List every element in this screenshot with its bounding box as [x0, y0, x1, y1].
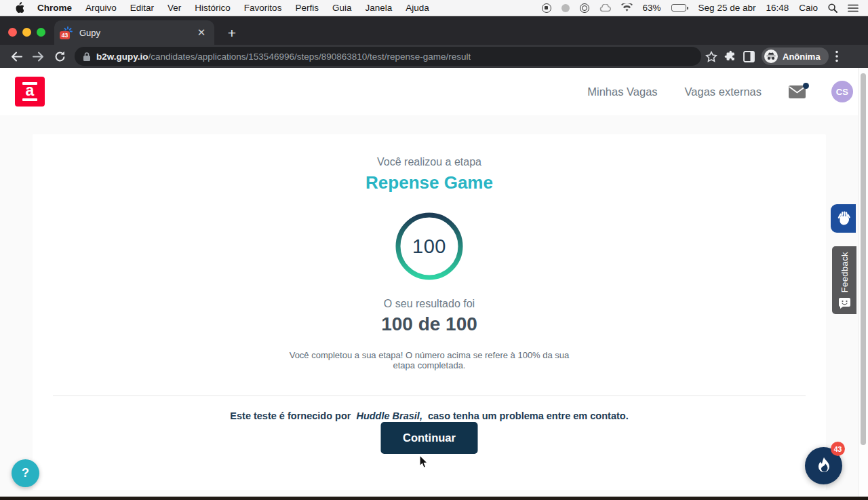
menu-janela[interactable]: Janela	[358, 3, 399, 13]
status-dot-icon[interactable]	[559, 4, 572, 12]
avatar[interactable]: CS	[831, 81, 853, 102]
menu-ajuda[interactable]: Ajuda	[399, 3, 436, 13]
menu-historico[interactable]: Histórico	[188, 3, 237, 13]
americanas-logo[interactable]: a	[15, 77, 45, 107]
feedback-label: Feedback	[840, 252, 850, 292]
menu-editar[interactable]: Editar	[123, 3, 161, 13]
close-window-button[interactable]	[8, 28, 17, 37]
fullscreen-window-button[interactable]	[37, 28, 45, 37]
incognito-icon	[764, 50, 778, 63]
url-text: b2w.gupy.io/candidates/applications/1535…	[96, 52, 471, 62]
browser-tab-gupy[interactable]: 43 Gupy ✕	[54, 20, 214, 45]
menubar-date[interactable]: Seg 25 de abr	[696, 3, 759, 13]
result-card: Você realizou a etapa Repense Game 100 O…	[33, 134, 826, 490]
tab-notification-badge: 43	[60, 31, 70, 39]
menu-favoritos[interactable]: Favoritos	[237, 3, 289, 13]
feedback-tab[interactable]: Feedback	[832, 246, 856, 314]
mail-notification-dot	[803, 83, 809, 89]
minimize-window-button[interactable]	[22, 28, 31, 37]
menu-ver[interactable]: Ver	[161, 3, 188, 13]
screen-record-icon[interactable]	[539, 3, 554, 13]
target-icon[interactable]	[577, 3, 592, 13]
reload-icon[interactable]	[51, 47, 68, 65]
page-title: Repense Game	[33, 172, 826, 193]
result-label: O seu resultado foi	[33, 298, 826, 310]
browser-toolbar: b2w.gupy.io/candidates/applications/1535…	[0, 45, 868, 68]
handtalk-accessibility-button[interactable]	[831, 204, 856, 233]
tab-favicon-spinner: 43	[61, 27, 73, 39]
menu-chrome[interactable]: Chrome	[31, 3, 79, 13]
sign-language-hand-icon	[837, 211, 850, 226]
incognito-label: Anônima	[783, 52, 821, 62]
extensions-puzzle-icon[interactable]	[724, 50, 736, 62]
browser-tab-strip: 43 Gupy ✕ +	[0, 16, 868, 45]
macos-menu-bar: Chrome Arquivo Editar Ver Histórico Favo…	[0, 0, 868, 16]
score-number: 100	[412, 235, 446, 258]
screen-bottom-edge	[0, 497, 868, 500]
address-bar[interactable]: b2w.gupy.io/candidates/applications/1535…	[75, 47, 701, 66]
provider-name: Huddle Brasil,	[353, 410, 425, 421]
new-tab-button[interactable]: +	[224, 25, 240, 41]
menubar-user[interactable]: Caio	[796, 3, 821, 13]
bookmark-star-icon[interactable]	[705, 51, 717, 62]
divider	[53, 396, 806, 396]
messages-button[interactable]	[789, 85, 806, 98]
creative-cloud-icon[interactable]	[597, 4, 614, 12]
battery-percent: 63%	[640, 3, 664, 13]
site-header: a Minhas Vagas Vagas externas CS	[0, 68, 868, 115]
incognito-profile-badge[interactable]: Anônima	[762, 47, 829, 65]
window-controls	[8, 28, 45, 37]
battery-icon	[669, 4, 691, 12]
menu-arquivo[interactable]: Arquivo	[79, 3, 123, 13]
forward-icon[interactable]	[29, 47, 47, 65]
tab-title: Gupy	[79, 28, 195, 38]
menu-perfis[interactable]: Perfis	[288, 3, 326, 13]
control-center-list-icon[interactable]	[845, 4, 861, 12]
wifi-icon[interactable]	[618, 3, 635, 12]
gupy-flame-icon	[815, 456, 833, 476]
page-scrollbar[interactable]	[858, 68, 868, 497]
back-icon[interactable]	[7, 47, 25, 65]
result-value: 100 de 100	[33, 313, 826, 335]
spotlight-search-icon[interactable]	[825, 3, 840, 13]
chat-notification-badge: 43	[831, 442, 845, 456]
continue-button[interactable]: Continuar	[381, 422, 478, 454]
tab-close-icon[interactable]: ✕	[195, 26, 208, 39]
result-description: Você completou a sua etapa! O número aci…	[280, 350, 578, 370]
lock-icon	[83, 52, 91, 62]
feedback-smiley-bubble-icon	[839, 298, 850, 309]
nav-vagas-externas[interactable]: Vagas externas	[685, 85, 762, 98]
step-subtitle: Você realizou a etapa	[33, 156, 826, 168]
browser-menu-dots-icon[interactable]	[835, 50, 838, 62]
side-panel-icon[interactable]	[743, 51, 755, 62]
scrollbar-thumb[interactable]	[861, 73, 866, 445]
nav-minhas-vagas[interactable]: Minhas Vagas	[587, 85, 657, 98]
menubar-time[interactable]: 16:48	[763, 3, 791, 13]
score-ring: 100	[395, 212, 463, 280]
provider-note: Este teste é fornecido por Huddle Brasil…	[33, 410, 826, 421]
apple-menu-icon[interactable]	[7, 2, 31, 14]
help-button[interactable]: ?	[12, 459, 39, 487]
menu-guia[interactable]: Guia	[326, 3, 359, 13]
